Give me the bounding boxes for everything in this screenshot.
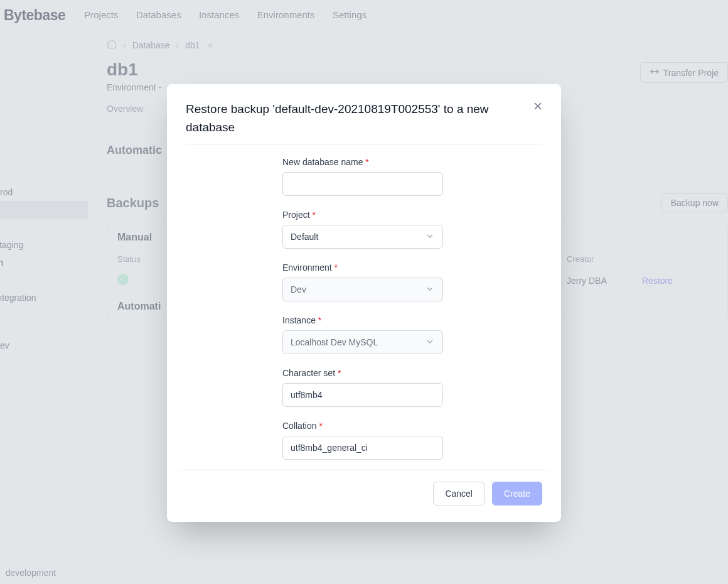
restore-modal: Restore backup 'default-dev-20210819T002… [167,84,561,522]
new-database-name-input[interactable] [282,172,443,196]
label-dbname: New database name * [282,157,443,167]
env-value: Dev [291,284,306,295]
charset-input[interactable] [282,383,443,407]
close-icon[interactable] [531,99,545,113]
collation-input[interactable] [282,436,443,460]
project-value: Default [291,232,318,242]
charset-text[interactable] [291,390,435,400]
label-project: Project * [282,210,443,220]
dbname-text[interactable] [291,179,435,189]
divider [179,470,549,470]
collation-text[interactable] [291,443,435,453]
create-button[interactable]: Create [492,482,542,506]
environment-select[interactable]: Dev [282,278,443,301]
label-collation: Collation * [282,421,443,431]
modal-overlay[interactable]: Restore backup 'default-dev-20210819T002… [0,0,728,584]
chevron-down-icon [425,284,435,296]
instance-value: Localhost Dev MySQL [291,337,378,347]
project-select[interactable]: Default [282,225,443,249]
label-environment: Environment * [282,262,443,273]
chevron-down-icon [425,231,435,243]
label-instance: Instance * [282,315,443,325]
chevron-down-icon [425,337,435,349]
modal-actions: Cancel Create [186,482,542,506]
instance-select[interactable]: Localhost Dev MySQL [282,330,443,354]
cancel-button[interactable]: Cancel [433,482,484,506]
modal-title: Restore backup 'default-dev-20210819T002… [186,100,542,144]
label-charset: Character set * [282,368,443,378]
